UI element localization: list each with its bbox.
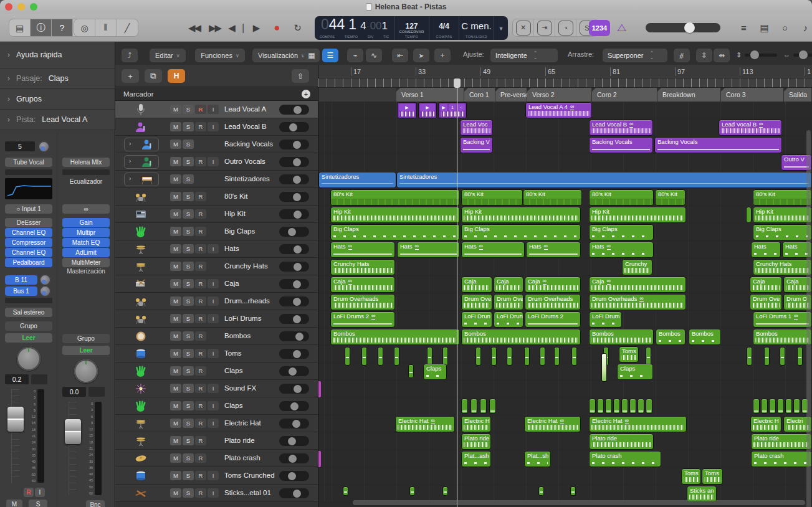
clap-cell-region[interactable] — [605, 399, 612, 414]
output-slot[interactable]: Sal estéreo — [5, 308, 52, 317]
region-caja[interactable]: Caja∞ — [330, 277, 395, 293]
close-window-button[interactable] — [5, 3, 12, 11]
region-claps[interactable]: Claps — [617, 364, 653, 380]
clap-cell-region[interactable] — [769, 399, 776, 414]
region-crunchy[interactable]: Crunchy — [622, 259, 652, 275]
track-volume-slider[interactable] — [279, 227, 309, 237]
solo-button[interactable]: S — [183, 157, 194, 166]
flex-icon[interactable]: ∿ — [366, 49, 382, 62]
track-lane-19[interactable]: Electric Hat∞Electric HElectric Hat∞Elec… — [318, 415, 812, 433]
region-caja[interactable]: Caja∞ — [525, 277, 581, 293]
record-enable-button[interactable]: R — [195, 296, 206, 306]
arrange-area[interactable]: 1733496581971131 Verso 1Coro 1Pre-verseV… — [318, 65, 812, 507]
track-header-18-claps[interactable]: MSRIClaps — [115, 397, 318, 415]
input-monitor-button[interactable]: I — [208, 244, 219, 254]
region-bombos[interactable]: Bombos — [330, 329, 460, 345]
sidebar-section-ayuda-r-pida[interactable]: ›Ayuda rápida — [0, 42, 115, 69]
snap-select[interactable]: Inteligente⌃⌄ — [490, 49, 558, 62]
record-enable-button[interactable]: R — [195, 488, 206, 498]
region-drum-ove[interactable]: Drum Ove — [461, 294, 492, 310]
send-knob[interactable] — [40, 275, 50, 285]
catch-playhead-icon[interactable]: ⇤ — [392, 49, 408, 62]
region-electric-hat[interactable]: Electric Hat∞ — [589, 416, 687, 432]
stereo-format-button[interactable]: ∞ — [62, 204, 110, 214]
mute-button[interactable]: M — [170, 157, 181, 166]
arrangement-marker-verso-1[interactable]: Verso 1 — [396, 88, 464, 102]
setting-button[interactable]: Tube Vocal — [5, 158, 52, 167]
mute-button[interactable]: M — [170, 244, 181, 254]
region-lead-vocal-b[interactable]: Lead Vocal B∞ — [589, 120, 653, 136]
waveform-zoom-button[interactable]: ⧣ — [674, 49, 690, 62]
track-lane-16[interactable]: ClapsClaps — [318, 363, 812, 381]
track-volume-slider[interactable] — [279, 419, 309, 429]
setting-button[interactable]: Helena MIx — [62, 158, 110, 167]
mute-button[interactable]: M — [170, 262, 181, 271]
clap-cell-region[interactable] — [621, 399, 628, 414]
track-volume-slider[interactable] — [279, 279, 309, 289]
record-enable-button[interactable]: R — [195, 471, 206, 480]
automation-mode-button[interactable]: Leer — [62, 346, 110, 355]
region-crunchy-hats[interactable]: Crunchy Hats — [330, 259, 395, 275]
region-hip-kit[interactable]: Hip Kit — [589, 207, 686, 223]
track-volume-slider[interactable] — [279, 366, 309, 376]
plugin-slot-pedalboard[interactable]: Pedalboard — [5, 258, 52, 267]
input-monitor-button[interactable]: I — [208, 157, 219, 166]
region-caja[interactable]: Caja — [461, 277, 492, 293]
tuner-icon[interactable]: ◔ — [555, 19, 576, 36]
solo-button[interactable]: S — [183, 122, 194, 131]
track-header-15-toms[interactable]: MSRIToms — [115, 345, 318, 362]
input-monitor-button[interactable]: I — [208, 488, 219, 498]
region-electric-hat[interactable]: Electric Hat∞ — [395, 416, 455, 432]
input-monitor-button[interactable]: I — [208, 122, 219, 131]
region-toms[interactable]: Toms — [619, 346, 639, 362]
play-button[interactable]: ▶ — [246, 22, 266, 34]
region-80-s-kit[interactable]: 80's Kit — [589, 189, 654, 206]
lcd-signature[interactable]: 4/4 COMPÁS — [429, 16, 459, 40]
input-monitor-button[interactable]: I — [208, 349, 219, 358]
input-monitor-button[interactable]: I — [208, 471, 219, 480]
track-volume-slider[interactable] — [279, 384, 309, 394]
lcd-position[interactable]: 044 1 4 001 COMPÁSTIEMPODIVTIC — [315, 16, 394, 40]
track-header-5-sintetizadores[interactable]: ›MSSintetizadores — [115, 171, 318, 188]
track-lane-3[interactable]: Backing VBacking VocalsBacking Vocals — [318, 136, 812, 154]
volume-fader[interactable]: 03691215182124303540455060 — [65, 402, 112, 495]
region-plato-crash[interactable]: Plato crash — [751, 451, 812, 467]
track-volume-slider[interactable] — [279, 244, 309, 254]
send-slot-b-11[interactable]: B 11 — [5, 275, 37, 285]
track-lane-7[interactable]: Hip KitHip KitHip KitHip Kit — [318, 206, 812, 224]
clap-cell-region[interactable] — [461, 399, 468, 414]
region-80-s-kit[interactable]: 80's Kit — [523, 189, 582, 206]
mute-button[interactable]: M — [170, 192, 181, 201]
marker-lane-header[interactable]: Marcador + — [115, 87, 318, 101]
arrangement-marker-verso-2[interactable]: Verso 2 — [527, 88, 592, 102]
loop-browser-icon[interactable]: ○ — [775, 22, 795, 33]
clap-cell-region[interactable] — [589, 399, 596, 414]
solo-button[interactable]: S — [183, 436, 194, 445]
automation-mode-button[interactable]: Leer — [5, 333, 52, 343]
arrangement-marker-pre-verse[interactable]: Pre-verse — [495, 88, 527, 102]
region-80-s-kit[interactable]: 80's Kit — [461, 189, 523, 206]
clap-cell-region[interactable] — [777, 399, 784, 414]
track-volume-slider[interactable] — [279, 209, 309, 219]
volume-value[interactable]: 0.2 — [5, 374, 29, 384]
send-knob[interactable] — [40, 286, 50, 296]
solo-button[interactable]: S — [183, 262, 194, 271]
region-lofi-drums-2[interactable]: LoFi Drums 2∞ — [330, 311, 395, 328]
track-lane-18[interactable] — [318, 398, 812, 415]
empty-send-slot[interactable] — [5, 298, 52, 303]
track-lane-17[interactable] — [318, 381, 812, 398]
record-enable-button[interactable]: R — [195, 384, 206, 393]
region-clip[interactable] — [746, 207, 752, 223]
menu-funciones[interactable]: Funciones∨ — [195, 49, 245, 62]
record-enable-button[interactable]: R — [195, 314, 206, 323]
mute-button[interactable]: M — [170, 471, 181, 480]
horizontal-zoom-slider[interactable] — [793, 54, 812, 57]
clap-cell-region[interactable] — [629, 399, 636, 414]
record-enable-button[interactable]: R — [195, 209, 206, 219]
track-header-8-big-claps[interactable]: MSRBig Claps — [115, 223, 318, 240]
menu-editar[interactable]: Editar∨ — [150, 49, 186, 62]
solo-button[interactable]: S — [183, 227, 194, 236]
record-enable-button[interactable]: R — [195, 331, 206, 341]
record-enable-button[interactable]: R — [195, 227, 206, 236]
track-lane-13[interactable]: LoFi Drums 2∞LoFi DrunLoFi DrunLoFi Drum… — [318, 311, 812, 328]
